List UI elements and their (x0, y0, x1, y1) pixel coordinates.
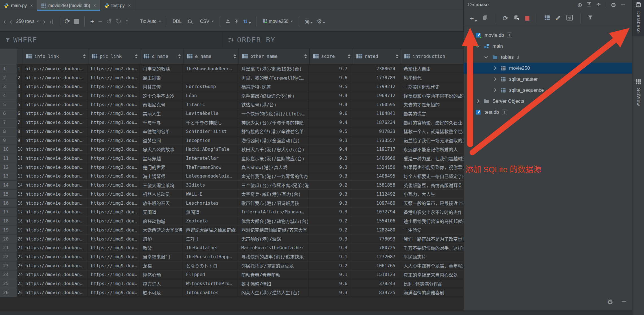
cell-pic_link[interactable]: https://img9.dou… (87, 243, 139, 252)
cell-pic_link[interactable]: https://img2.dou… (87, 163, 139, 172)
cell-score[interactable]: 9.4 (309, 100, 352, 109)
cell-info_link[interactable]: https://movie.douban… (22, 91, 87, 100)
cell-score[interactable]: 9.1 (309, 270, 352, 279)
cell-c_name[interactable]: 辛德勒的名单 (139, 127, 183, 136)
gear-icon[interactable]: ⚙ (317, 18, 325, 24)
cell-e_name[interactable]: TheGodfather (183, 243, 238, 252)
cell-c_name[interactable]: 机器人总动员 (139, 190, 183, 198)
cell-pic_link[interactable]: https://img2.dou… (87, 181, 139, 189)
cell-e_name[interactable]: 西遊記大結局之仙履奇緣 (183, 226, 238, 234)
cell-e_name[interactable]: Schindler'sList (183, 127, 238, 136)
cell-info_link[interactable]: https://movie.douban… (22, 190, 87, 198)
cell-id[interactable]: 8 (17, 127, 22, 136)
cell-info_link[interactable]: https://movie.douban… (22, 127, 87, 136)
cell-rownum[interactable]: 6 (0, 109, 17, 118)
cell-e_name[interactable]: 3Idiots (183, 181, 238, 189)
cell-e_name[interactable]: WitnessforthePro… (183, 279, 238, 288)
cell-rownum[interactable]: 18 (0, 216, 17, 225)
cell-id[interactable]: 26 (17, 288, 22, 297)
cell-e_name[interactable]: WALL·E (183, 190, 238, 198)
cell-rated[interactable]: 378243 (352, 279, 400, 288)
chevron-right-icon[interactable] (493, 77, 496, 81)
table-selector[interactable]: movie250 (262, 18, 293, 25)
cell-score[interactable]: 9.2 (309, 261, 352, 270)
view-data-icon[interactable] (544, 15, 550, 21)
cell-info_link[interactable]: https://movie.douban… (22, 163, 87, 172)
cell-rated[interactable]: 1799212 (352, 82, 400, 91)
cell-other_name[interactable]: 优兽大都会(港)/动物方城市(台) (238, 216, 309, 225)
cell-id[interactable]: 1 (17, 64, 22, 73)
cell-introduction[interactable]: 如果再也不能见到你，祝你早安 (400, 163, 463, 172)
cell-e_name[interactable]: 無間道 (183, 208, 238, 216)
cell-rated[interactable]: 780725 (352, 243, 400, 252)
gear-icon[interactable]: ⚙ (607, 298, 613, 306)
cell-rownum[interactable]: 8 (0, 127, 17, 136)
last-page-icon[interactable]: › (49, 18, 53, 25)
cell-id[interactable]: 18 (17, 216, 22, 225)
cell-introduction[interactable]: 平民励志片 (400, 252, 463, 261)
cell-other_name[interactable]: 秋田犬八千(港)/忠犬小八(台) (238, 145, 309, 154)
cell-id[interactable]: 25 (17, 279, 22, 288)
hide-panel-icon[interactable] (621, 5, 625, 5)
cell-score[interactable]: 9.4 (309, 91, 352, 100)
chevron-right-icon[interactable] (493, 66, 496, 70)
cell-c_name[interactable]: 疯狂动物城 (139, 216, 183, 225)
cell-id[interactable]: 20 (17, 235, 22, 243)
cell-info_link[interactable]: https://movie.douban… (22, 109, 87, 118)
tree-item-tables[interactable]: tables3 (464, 52, 632, 63)
cell-rated[interactable]: 778093 (352, 235, 400, 243)
cell-e_name[interactable]: Interstellar (183, 154, 238, 163)
cell-score[interactable]: 9.3 (309, 190, 352, 198)
cell-c_name[interactable]: 大话西游之大圣娶亲 (139, 226, 183, 234)
cell-other_name[interactable]: 潜行凶间(港)/全面启动(台) (238, 136, 309, 145)
cell-pic_link[interactable]: https://img2.dou… (87, 91, 139, 100)
cell-e_name[interactable]: TheTrumanShow (183, 163, 238, 172)
cell-rated[interactable]: 1324156 (352, 163, 400, 172)
cell-rated[interactable]: 1969712 (352, 91, 400, 100)
where-filter-field[interactable]: WHERE (0, 32, 223, 48)
cell-other_name[interactable]: 闪亮人生(港)/逆转人生(台) (238, 288, 309, 297)
cell-rated[interactable]: 1104841 (352, 109, 400, 118)
chevron-down-icon[interactable] (467, 33, 471, 37)
cell-rownum[interactable]: 17 (0, 208, 17, 216)
cell-c_name[interactable]: 星际穿越 (139, 154, 183, 163)
cell-other_name[interactable]: 西游记完结篇仙履奇缘/齐天大圣 (238, 226, 309, 234)
cell-score[interactable]: 9.3 (309, 136, 352, 145)
cell-rated[interactable]: 1072794 (352, 208, 400, 216)
cell-pic_link[interactable]: https://img9.dou… (87, 288, 139, 297)
cell-pic_link[interactable]: https://img2.dou… (87, 190, 139, 198)
cell-e_name[interactable] (183, 73, 238, 82)
cell-c_name[interactable]: 霸王别姬 (139, 73, 183, 82)
sort-arrows-icon[interactable] (135, 54, 138, 58)
cell-rownum[interactable]: 23 (0, 261, 17, 270)
editor-tab-main-py[interactable]: main.py× (0, 0, 37, 11)
collapse-all-icon[interactable] (596, 2, 601, 8)
cell-c_name[interactable]: 海上钢琴师 (139, 172, 183, 181)
cell-rated[interactable]: 1097480 (352, 199, 400, 207)
cell-pic_link[interactable]: https://img1.dou… (87, 216, 139, 225)
cell-id[interactable]: 22 (17, 252, 22, 261)
tree-item-test-db[interactable]: test.db1 (464, 107, 632, 118)
compare-sync-icon[interactable] (243, 19, 251, 24)
cell-score[interactable]: 9.4 (309, 145, 352, 154)
next-page-icon[interactable]: › (43, 18, 45, 25)
cell-rated[interactable]: 1554106 (352, 216, 400, 225)
cell-c_name[interactable]: 当幸福来敲门 (139, 252, 183, 261)
cell-e_name[interactable]: Leschoristes (183, 199, 238, 207)
cell-introduction[interactable]: 最美的谎言 (400, 109, 463, 118)
cell-pic_link[interactable]: https://img2.dou… (87, 127, 139, 136)
cell-info_link[interactable]: https://movie.douban… (22, 279, 87, 288)
cell-id[interactable]: 16 (17, 199, 22, 207)
cell-pic_link[interactable]: https://img1.dou… (87, 154, 139, 163)
sort-arrows-icon[interactable] (83, 54, 86, 58)
cell-e_name[interactable]: Hachi:ADog'sTale (183, 145, 238, 154)
cell-pic_link[interactable]: https://img9.dou… (87, 235, 139, 243)
cell-c_name[interactable]: 千与千寻 (139, 118, 183, 127)
cell-other_name[interactable]: 萌动青春/青春萌动 (238, 270, 309, 279)
cell-c_name[interactable]: 阿甘正传 (139, 82, 183, 91)
cell-id[interactable]: 23 (17, 261, 22, 270)
cell-e_name[interactable]: Inception (183, 136, 238, 145)
cell-e_name[interactable]: Flipped (183, 270, 238, 279)
cell-score[interactable]: 9.2 (309, 226, 352, 234)
column-header-other_name[interactable]: other_name (239, 49, 310, 64)
